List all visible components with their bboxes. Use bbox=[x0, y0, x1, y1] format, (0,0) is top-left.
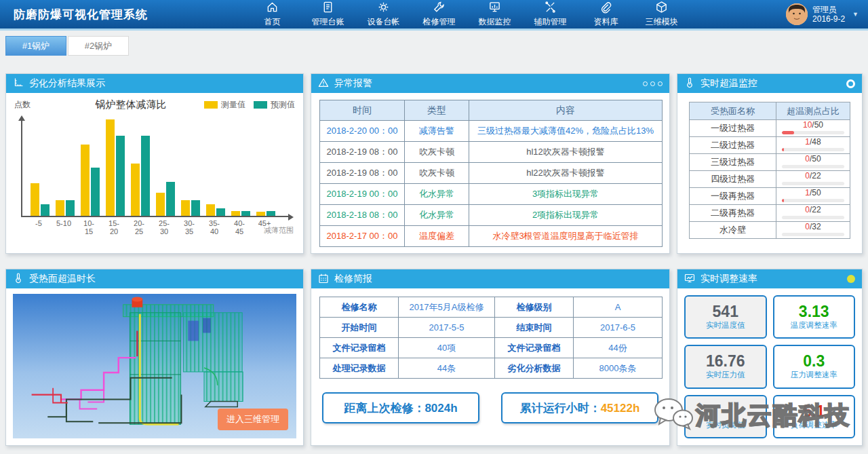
alarm-row[interactable]: 2018-2-20 00：00减薄告警三级过热器最大减薄值42%，危险点占比13… bbox=[320, 121, 663, 142]
chart-xlabels: -55-1010-1515-2020-2525-3030-3535-4040-4… bbox=[21, 219, 291, 235]
nav-item-repair[interactable]: 检修管理 bbox=[422, 1, 457, 28]
bar-group bbox=[256, 211, 275, 216]
chart-bars bbox=[21, 118, 291, 217]
nav-label: 资料库 bbox=[594, 16, 618, 28]
user-menu[interactable]: 管理员 2016-9-2 ▼ bbox=[786, 3, 859, 25]
rate-card: 0.3压力调整速率 bbox=[773, 345, 856, 388]
overtemp-rows: 一级过热器10/50二级过热器1/48三级过热器0/50四级过热器0/22一级再… bbox=[690, 120, 850, 239]
tab-boiler-2[interactable]: #2锅炉 bbox=[68, 36, 129, 56]
thermometer-icon bbox=[13, 273, 24, 286]
ruler-icon bbox=[13, 77, 24, 90]
alarm-row[interactable]: 2018-2-19 08：00吹灰卡顿hl22吹灰器卡顿报警 bbox=[320, 163, 663, 184]
x-tick-label: 40-45 bbox=[230, 219, 249, 235]
bar-测量值 bbox=[56, 200, 64, 216]
nav-label: 管理台账 bbox=[312, 16, 344, 28]
ratio-bar-track bbox=[782, 233, 844, 236]
panel-title: 检修简报 bbox=[334, 273, 372, 285]
panel-title: 异常报警 bbox=[334, 77, 372, 90]
bar-测量值 bbox=[206, 204, 215, 216]
col-content: 内容 bbox=[469, 100, 663, 121]
legend-swatch bbox=[254, 101, 267, 109]
panel-alarms: 异常报警 时间 类型 内容 2018-2-20 00：00减薄告警三级过热器最大… bbox=[311, 73, 670, 254]
ratio-denominator: /50 bbox=[810, 154, 821, 164]
nav-item-ledger[interactable]: 管理台账 bbox=[311, 1, 346, 28]
boiler-3d-view[interactable]: 进入三维管理 bbox=[13, 294, 296, 438]
gear-icon bbox=[377, 1, 390, 16]
ratio-text: 1/50 bbox=[782, 189, 844, 197]
nav-item-library[interactable]: 资料库 bbox=[589, 1, 624, 28]
bar-group bbox=[56, 200, 75, 216]
nav-item-equipment[interactable]: 设备台帐 bbox=[366, 1, 401, 28]
panel-title: 实时调整速率 bbox=[701, 273, 757, 285]
more-options-dots[interactable] bbox=[643, 81, 663, 86]
main-nav: 首页 管理台账 设备台帐 检修管理 数据监控 辅助管理 资料库 三维模块 bbox=[255, 1, 679, 28]
button-label: 距离上次检修： bbox=[344, 402, 425, 415]
nav-item-data-monitor[interactable]: 数据监控 bbox=[477, 1, 513, 28]
alarm-row[interactable]: 2018-2-17 00：00温度偏差水冷壁3根管道温度明显高于临近管排 bbox=[320, 226, 663, 247]
ratio-numerator: 1 bbox=[805, 137, 810, 147]
status-ring-indicator bbox=[846, 79, 855, 88]
legend-item: 测量值 bbox=[204, 99, 245, 111]
table-row: 开始时间 2017-5-5 结束时间 2017-6-5 bbox=[320, 318, 663, 338]
alarm-type: 吹灰卡顿 bbox=[405, 142, 469, 163]
overtemp-ratio: 0/50 bbox=[776, 154, 850, 171]
avatar bbox=[786, 3, 808, 25]
field-label: 检修级别 bbox=[495, 297, 574, 318]
warning-icon bbox=[318, 77, 329, 90]
alarm-time: 2018-2-19 08：00 bbox=[320, 163, 405, 184]
alarm-row[interactable]: 2018-2-19 00：00化水异常3项指标出现异常 bbox=[320, 184, 663, 205]
nav-item-3d-module[interactable]: 三维模块 bbox=[644, 1, 679, 28]
rate-card: 5.1负荷调整速率 bbox=[773, 395, 856, 438]
overtemp-ratio: 10/50 bbox=[776, 120, 850, 137]
ratio-bar-track bbox=[782, 131, 844, 134]
field-label: 检修名称 bbox=[320, 297, 399, 318]
ratio-bar-fill bbox=[782, 131, 794, 134]
overtemp-ratio: 1/50 bbox=[776, 188, 850, 205]
bar-预测值 bbox=[216, 208, 225, 216]
panel-title: 受热面超温时长 bbox=[29, 273, 96, 285]
x-tick-label: -5 bbox=[29, 219, 48, 235]
alarm-row[interactable]: 2018-2-18 08：00化水异常2项指标出现异常 bbox=[320, 205, 663, 226]
total-running-hours-button[interactable]: 累计运行小时：45122h bbox=[501, 392, 658, 423]
overtemp-row: 二级再热器0/22 bbox=[690, 205, 850, 222]
rate-value: 16.76 bbox=[706, 353, 745, 369]
overtemp-table: 受热面名称 超温测点占比 一级过热器10/50二级过热器1/48三级过热器0/5… bbox=[689, 102, 850, 239]
bar-group bbox=[106, 119, 125, 216]
field-label: 开始时间 bbox=[320, 318, 399, 338]
surface-name: 水冷壁 bbox=[690, 222, 776, 239]
alarm-time: 2018-2-17 00：00 bbox=[320, 226, 405, 247]
y-axis-label: 点数 bbox=[14, 99, 31, 111]
ratio-denominator: /50 bbox=[810, 188, 821, 197]
nav-label: 辅助管理 bbox=[534, 16, 567, 28]
user-info: 管理员 2016-9-2 bbox=[812, 5, 845, 24]
rate-card: 541实时温度值 bbox=[684, 295, 767, 339]
bar-预测值 bbox=[66, 200, 75, 216]
field-label: 结束时间 bbox=[495, 318, 574, 338]
enter-3d-management-button[interactable]: 进入三维管理 bbox=[218, 409, 288, 430]
since-last-maintenance-button[interactable]: 距离上次检修：8024h bbox=[322, 392, 479, 423]
surface-name: 一级过热器 bbox=[690, 120, 776, 137]
col-time: 时间 bbox=[320, 100, 405, 121]
x-tick-label: 30-35 bbox=[180, 219, 199, 235]
alarm-row[interactable]: 2018-2-19 08：00吹灰卡顿hl12吹灰器卡顿报警 bbox=[320, 142, 663, 163]
ratio-text: 0/22 bbox=[782, 206, 844, 214]
surface-name: 二级再热器 bbox=[690, 205, 776, 222]
ledger-icon bbox=[321, 1, 334, 16]
panel-header: 实时调整速率 bbox=[677, 269, 862, 288]
field-label: 劣化分析数据 bbox=[495, 358, 574, 379]
button-value: 45122h bbox=[601, 402, 640, 415]
alarm-time: 2018-2-19 00：00 bbox=[320, 184, 405, 205]
monitor-bars-icon bbox=[488, 1, 501, 16]
bar-预测值 bbox=[91, 168, 100, 216]
overtemp-row: 水冷壁0/32 bbox=[690, 222, 850, 239]
table-row: 检修名称 2017年5月A级检修 检修级别 A bbox=[320, 297, 663, 318]
nav-item-home[interactable]: 首页 bbox=[255, 1, 290, 28]
surface-name: 四级过热器 bbox=[690, 171, 776, 188]
bar-group bbox=[31, 183, 50, 216]
ratio-denominator: /48 bbox=[810, 137, 821, 147]
rate-label: 压力调整速率 bbox=[791, 370, 837, 380]
nav-label: 三维模块 bbox=[646, 16, 678, 28]
tab-boiler-1[interactable]: #1锅炉 bbox=[5, 36, 66, 56]
legend-swatch bbox=[204, 101, 218, 109]
nav-item-auxiliary[interactable]: 辅助管理 bbox=[533, 1, 568, 28]
